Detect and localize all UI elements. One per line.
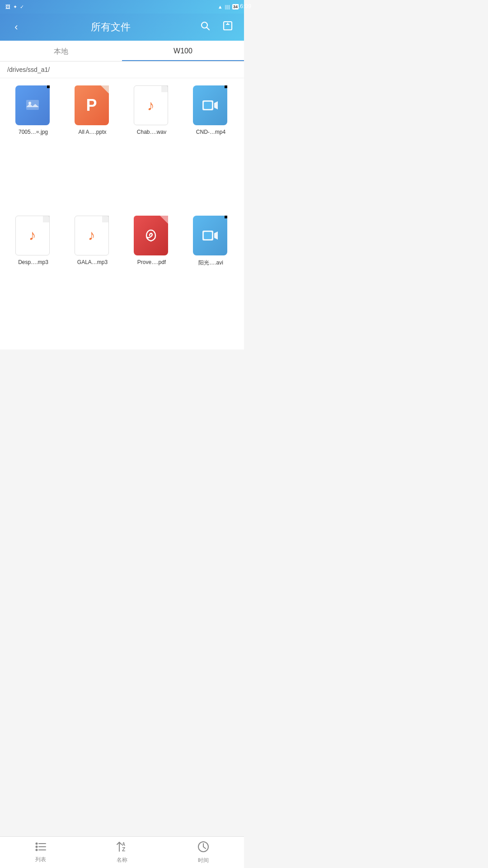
pdf-file-icon [134,216,168,255]
file-name-mp3-1: Desp….mp3 [18,259,48,265]
image-icon: 🖼 [5,4,10,9]
svg-marker-8 [214,101,218,109]
mp4-file-icon [193,85,227,125]
file-item-mp4[interactable]: CND-…mp4 [181,85,240,211]
file-item-wav[interactable]: ♪ Chab….wav [122,85,181,211]
pptx-file-icon: P [75,85,109,125]
file-name-avi: 阳光….avi [198,259,223,267]
check-icon: ✓ [20,4,24,10]
svg-rect-5 [26,100,39,110]
wav-file-icon: ♪ [134,85,168,125]
svg-rect-12 [204,232,212,239]
bluetooth-icon: ✦ [13,4,17,10]
wifi-icon: ▲ [218,4,223,9]
svg-rect-9 [204,102,212,109]
file-name-pptx: All A….pptx [78,129,106,135]
search-button[interactable] [197,20,213,34]
svg-marker-11 [214,231,218,240]
path-bar: /drives/ssd_a1/ [0,61,244,78]
file-grid: 7005…=.jpg P All A….pptx ♪ Chab….wav [0,78,244,349]
avi-file-icon [193,216,227,255]
status-bar: 🖼 ✦ ✓ 16:09 ▲ |||| 34 [0,0,244,14]
page-title: 所有文件 [24,20,197,34]
status-right-icons: ▲ |||| 34 [218,4,239,9]
edit-button[interactable] [220,20,236,34]
tab-local[interactable]: 本地 [0,41,122,61]
mp3-2-file-icon: ♪ [75,216,109,255]
file-item-mp3-2[interactable]: ♪ GALA…mp3 [63,216,122,343]
signal-icon: |||| [225,4,230,9]
file-name-wav: Chab….wav [137,129,166,135]
file-name-mp3-2: GALA…mp3 [77,259,108,265]
status-time: 16:09 [237,3,244,9]
file-item-mp3-1[interactable]: ♪ Desp….mp3 [4,216,63,343]
back-button[interactable]: ‹ [8,21,24,33]
file-name-pdf: Prove….pdf [137,259,166,265]
jpg-file-icon [15,85,50,125]
tabs-container: 本地 W100 [0,41,244,61]
file-item-pptx[interactable]: P All A….pptx [63,85,122,211]
file-name-jpg: 7005…=.jpg [19,129,48,135]
file-item-pdf[interactable]: Prove….pdf [122,216,181,343]
status-left-icons: 🖼 ✦ ✓ [5,4,24,10]
file-name-mp4: CND-…mp4 [196,129,225,135]
file-item-avi[interactable]: 阳光….avi [181,216,240,343]
tab-w100[interactable]: W100 [122,41,244,61]
svg-line-1 [207,28,210,30]
header-actions [197,20,236,34]
header: ‹ 所有文件 [0,14,244,41]
mp3-1-file-icon: ♪ [15,216,50,255]
current-path: /drives/ssd_a1/ [7,66,50,73]
file-item-jpg[interactable]: 7005…=.jpg [4,85,63,211]
